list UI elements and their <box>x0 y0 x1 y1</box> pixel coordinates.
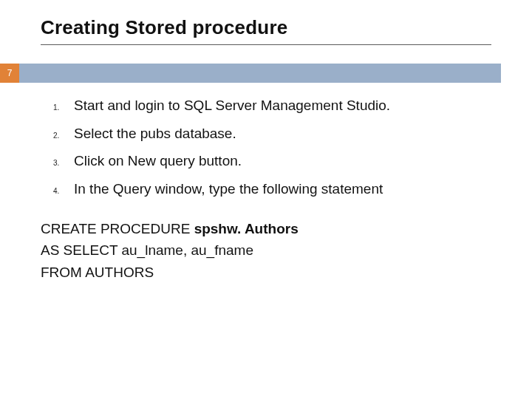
step-text: Click on New query button. <box>74 151 242 171</box>
step-number: 1. <box>53 98 74 112</box>
steps-list: 1. Start and login to SQL Server Managem… <box>53 96 482 208</box>
step-number: 2. <box>53 126 74 140</box>
procedure-name: spshw. Authors <box>194 221 299 236</box>
list-item: 2. Select the pubs database. <box>53 124 482 143</box>
step-number: 4. <box>53 182 74 195</box>
list-item: 1. Start and login to SQL Server Managem… <box>53 96 482 115</box>
sql-statement: CREATE PROCEDURE spshw. Authors AS SELEC… <box>41 218 299 283</box>
step-text: Select the pubs database. <box>74 124 236 143</box>
page-number-badge: 7 <box>0 64 19 83</box>
code-line: AS SELECT au_lname, au_fname <box>41 239 299 261</box>
list-item: 3. Click on New query button. <box>53 151 482 171</box>
header-bar <box>19 64 501 83</box>
slide-title: Creating Stored procedure <box>41 16 287 39</box>
step-number: 3. <box>53 154 74 167</box>
code-line: FROM AUTHORS <box>41 262 299 283</box>
step-text: Start and login to SQL Server Management… <box>74 96 390 115</box>
code-text: CREATE PROCEDURE <box>41 221 194 236</box>
list-item: 4. In the Query window, type the followi… <box>53 180 482 199</box>
header-band: 7 <box>0 64 532 83</box>
step-text: In the Query window, type the following … <box>74 180 383 199</box>
code-line: CREATE PROCEDURE spshw. Authors <box>41 218 299 239</box>
title-underline <box>41 44 491 45</box>
